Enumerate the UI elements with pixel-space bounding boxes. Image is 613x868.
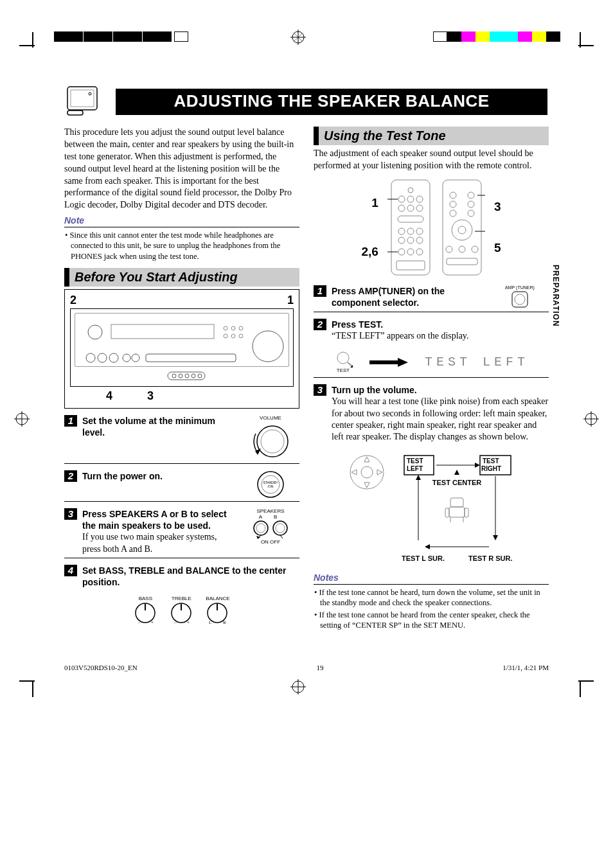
arrow-right-icon <box>369 358 408 367</box>
speakers-onoff: ON OFF <box>242 539 299 545</box>
footer-page: 19 <box>316 664 323 671</box>
svg-point-64 <box>407 237 414 244</box>
svg-point-11 <box>224 334 227 338</box>
front-panel-diagram: 2 1 <box>64 289 299 409</box>
step-number: 2 <box>64 470 77 482</box>
svg-point-22 <box>179 374 182 378</box>
treble-knob-icon: –+ <box>170 601 193 624</box>
center-register-bottom-icon <box>290 679 306 695</box>
svg-rect-102 <box>465 508 468 517</box>
svg-point-24 <box>191 374 195 378</box>
svg-point-70 <box>450 192 456 199</box>
section-using-test-tone: Using the Test Tone <box>314 127 549 145</box>
svg-rect-51 <box>443 180 481 275</box>
svg-text:+: + <box>151 620 154 624</box>
volume-knob-icon <box>248 421 293 461</box>
svg-rect-100 <box>450 498 463 507</box>
svg-point-53 <box>398 196 405 202</box>
left-step-1: 1 Set the volume at the minimum level. V… <box>64 415 299 461</box>
svg-text:TEST: TEST <box>407 457 423 465</box>
svg-text:TEST R SUR.: TEST R SUR. <box>468 554 512 562</box>
page-title: ADJUSTING THE SPEAKER BALANCE <box>116 89 547 115</box>
svg-rect-81 <box>447 258 477 265</box>
svg-point-57 <box>407 205 414 211</box>
sidebar-section-tab: PREPARATION <box>550 263 562 328</box>
callout-4: 4 <box>106 389 112 403</box>
display-text: TEST LEFT <box>425 355 529 369</box>
svg-point-80 <box>472 246 478 252</box>
note-1: • If the test tone cannot be heard, turn… <box>314 587 549 608</box>
svg-point-10 <box>239 326 243 330</box>
footer-file: 0103V520RDS10-20_EN <box>64 664 138 671</box>
svg-point-18 <box>132 354 139 362</box>
right-step-1: 1 Press AMP(TUNER) on the component sele… <box>314 285 549 309</box>
footer-date: 1/31/1, 4:21 PM <box>502 664 549 671</box>
svg-point-33 <box>254 521 268 535</box>
bass-knob-icon: –+ <box>134 601 157 624</box>
svg-text:/ON: /ON <box>268 484 274 488</box>
svg-point-92 <box>361 466 373 478</box>
svg-point-8 <box>224 326 227 330</box>
svg-point-21 <box>172 374 176 378</box>
amp-label: AMP (TUNER) <box>491 285 549 290</box>
speakers-buttons-icon <box>248 520 293 539</box>
svg-rect-101 <box>445 508 449 517</box>
intro-paragraph: This procedure lets you adjust the sound… <box>64 127 299 211</box>
remote-callout-3: 3 <box>494 200 501 214</box>
callout-1: 1 <box>287 294 294 307</box>
page: ADJUSTING THE SPEAKER BALANCE This proce… <box>0 0 613 705</box>
footer: 0103V520RDS10-20_EN 19 1/31/1, 4:21 PM <box>0 664 613 671</box>
note-text: • Since this unit cannot enter the test … <box>64 230 299 261</box>
svg-text:RIGHT: RIGHT <box>481 465 501 472</box>
test-button-icon <box>333 351 353 368</box>
svg-point-17 <box>123 354 130 362</box>
svg-point-78 <box>446 246 452 252</box>
svg-rect-20 <box>168 372 205 380</box>
left-step-3: 3 Press SPEAKERS A or B to select the ma… <box>64 508 299 555</box>
svg-text:+: + <box>187 620 190 624</box>
right-column: Using the Test Tone The adjustment of ea… <box>314 127 549 632</box>
step-title: Set the volume at the minimum level. <box>82 415 236 438</box>
speaker-faceplate-icon <box>67 86 105 116</box>
callout-3: 3 <box>147 389 154 403</box>
svg-point-61 <box>407 228 414 235</box>
speakers-label: SPEAKERS <box>242 508 299 514</box>
svg-point-62 <box>416 228 423 235</box>
svg-point-35 <box>273 521 287 535</box>
register-right-icon <box>583 411 599 427</box>
step-desc: You will hear a test tone (like pink noi… <box>332 396 549 443</box>
remote-callout-5: 5 <box>494 241 501 255</box>
receiver-illustration <box>70 308 294 387</box>
svg-rect-4 <box>67 111 83 115</box>
step-number: 2 <box>314 319 326 330</box>
step-number: 1 <box>64 415 77 427</box>
svg-point-60 <box>398 228 405 235</box>
right-intro: The adjustment of each speaker sound out… <box>314 148 549 172</box>
dpad-icon <box>348 453 386 492</box>
svg-point-12 <box>231 334 235 338</box>
speakers-ab: A B <box>242 514 299 520</box>
svg-text:LEFT: LEFT <box>407 465 423 472</box>
svg-point-72 <box>450 201 456 208</box>
step-desc: “TEST LEFT” appears on the display. <box>332 330 549 342</box>
svg-point-7 <box>253 331 283 362</box>
svg-point-77 <box>458 226 466 234</box>
svg-point-55 <box>416 196 423 202</box>
svg-point-73 <box>468 201 474 208</box>
standby-button-icon: STANDBY /ON <box>256 470 285 499</box>
svg-point-26 <box>257 426 288 457</box>
svg-text:–: – <box>138 620 141 624</box>
right-step-2: 2 Press TEST. “TEST LEFT” appears on the… <box>314 319 549 373</box>
svg-point-16 <box>109 353 118 362</box>
svg-text:TEST L SUR.: TEST L SUR. <box>402 554 445 562</box>
svg-point-13 <box>239 334 243 338</box>
remote-control-icon <box>385 176 488 279</box>
svg-marker-110 <box>425 544 430 549</box>
svg-point-79 <box>459 246 465 252</box>
svg-point-15 <box>98 353 107 362</box>
step-title: Press AMP(TUNER) on the component select… <box>332 285 486 308</box>
step-desc: If you use two main speaker systems, pre… <box>82 531 236 554</box>
center-register-icon <box>290 30 306 45</box>
svg-point-91 <box>350 456 384 489</box>
svg-point-25 <box>198 374 202 378</box>
